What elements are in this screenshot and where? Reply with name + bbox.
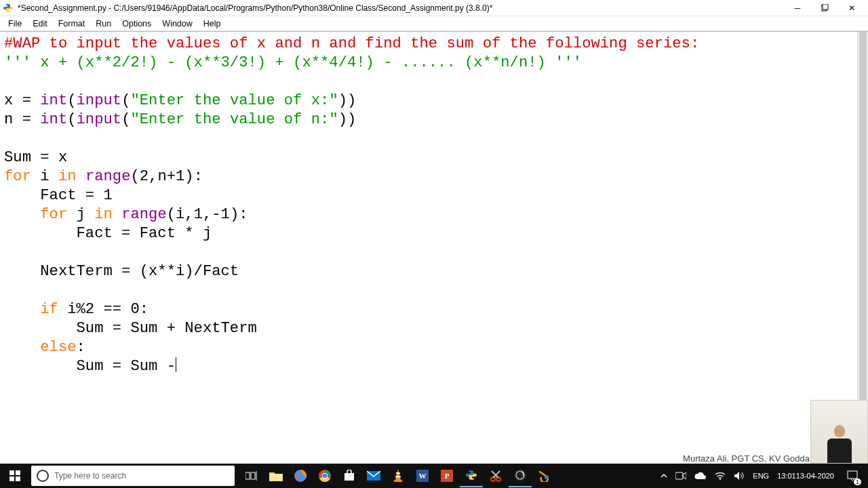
vertical-scrollbar[interactable] [857,32,868,464]
notification-badge: 1 [854,479,861,485]
close-button[interactable]: ✕ [838,0,865,16]
code-text: range [121,206,167,223]
svg-rect-7 [251,472,255,479]
code-text: int [40,92,67,109]
powerpoint-icon[interactable]: P [435,464,458,487]
credit-label: Murtaza Ali, PGT CS, KV Godda [683,453,810,464]
code-text [113,206,121,223]
tray-wifi-icon[interactable] [713,464,727,488]
svg-rect-15 [394,480,402,482]
code-line: Sum = Sum - [4,358,176,375]
taskbar: Type here to search W P ENG [0,464,868,488]
task-view-icon[interactable] [240,464,263,487]
code-text: for [4,168,31,185]
menu-help[interactable]: Help [198,18,226,30]
svg-text:W: W [419,472,427,480]
system-tray: ENG 13:01 13-04-2020 1 [659,464,868,488]
vlc-icon[interactable] [387,464,410,487]
code-line: ''' x + (x**2/2!) - (x**3/3!) + (x**4/4!… [4,54,582,71]
menu-window[interactable]: Window [157,18,197,30]
code-text: )) [338,111,357,128]
code-text: ( [67,111,76,128]
svg-point-28 [545,475,549,479]
maximize-button[interactable] [811,0,838,16]
mail-icon[interactable] [362,464,385,487]
tray-onedrive-icon[interactable] [693,464,708,488]
code-text: ( [121,92,130,109]
svg-rect-1 [823,4,828,9]
tray-time: 13:01 [777,472,796,481]
code-text: int [40,111,67,128]
code-line: NextTerm = (x**i)/Fact [4,263,239,280]
window-title: *Second_Assignment.py - C:/Users/91946/A… [18,3,784,13]
menu-options[interactable]: Options [117,18,157,30]
word-icon[interactable]: W [411,464,434,487]
code-text [4,206,40,223]
code-line: Sum = Sum + NextTerm [4,320,257,337]
file-explorer-icon[interactable] [264,464,288,487]
minimize-button[interactable]: ─ [784,0,811,16]
svg-rect-17 [395,476,400,478]
code-text: "Enter the value of x:" [130,92,338,109]
code-text: n = [4,111,40,128]
code-line: Sum = x [4,149,67,166]
scrollbar-thumb[interactable] [859,32,867,464]
chrome-icon[interactable] [313,464,336,487]
code-text [4,301,40,318]
tray-date: 13-04-2020 [796,472,834,481]
obs-icon[interactable] [509,464,532,487]
svg-rect-3 [16,470,20,475]
menu-file[interactable]: File [3,18,27,30]
presenter-figure [827,422,852,463]
svg-rect-4 [9,476,14,481]
tray-meet-now-icon[interactable] [674,464,688,488]
code-line: #WAP to input the values of x and n and … [4,35,699,52]
text-cursor [176,357,176,372]
menu-format[interactable]: Format [53,18,91,30]
code-text: else [40,339,76,356]
code-text: in [58,168,77,185]
tray-chevron-icon[interactable] [659,464,669,488]
webcam-overlay [810,400,868,464]
code-text [77,168,85,185]
tray-notifications-icon[interactable]: 1 [841,464,864,488]
code-text: in [94,206,113,223]
code-text: ( [67,92,76,109]
code-text: input [77,92,122,109]
titlebar: *Second_Assignment.py - C:/Users/91946/A… [0,0,868,16]
code-text: (i,1,-1): [167,206,248,223]
menu-run[interactable]: Run [90,18,117,30]
svg-point-13 [323,474,328,479]
cortana-icon [37,470,49,482]
blender-icon[interactable] [533,464,556,487]
code-editor[interactable]: #WAP to input the values of x and n and … [0,32,857,464]
menu-edit[interactable]: Edit [27,18,53,30]
idle-taskbar-icon[interactable] [460,464,483,487]
code-text: "Enter the value of n:" [130,111,338,128]
python-idle-icon [3,3,14,14]
code-text: j [67,206,94,223]
code-text: input [77,111,122,128]
snip-icon[interactable] [484,464,507,487]
svg-rect-29 [675,472,683,479]
svg-text:P: P [445,472,450,480]
code-text: i%2 == 0: [58,301,149,318]
firefox-icon[interactable] [289,464,312,487]
code-line: Fact = Fact * j [4,225,212,242]
svg-rect-2 [9,470,14,475]
code-text: (2,n+1): [130,168,203,185]
store-icon[interactable] [338,464,361,487]
taskbar-apps: W P [240,464,556,487]
tray-clock[interactable]: 13:01 13-04-2020 [776,464,835,488]
code-text: x = [4,92,40,109]
editor-area: #WAP to input the values of x and n and … [0,31,868,464]
code-text: i [31,168,58,185]
window-controls: ─ ✕ [784,0,865,16]
menubar: File Edit Format Run Options Window Help [0,16,868,31]
svg-rect-6 [245,472,250,479]
svg-rect-16 [396,472,400,474]
tray-volume-icon[interactable] [732,464,746,488]
tray-language[interactable]: ENG [751,464,770,488]
start-button[interactable] [0,464,30,488]
taskbar-search[interactable]: Type here to search [31,466,235,486]
